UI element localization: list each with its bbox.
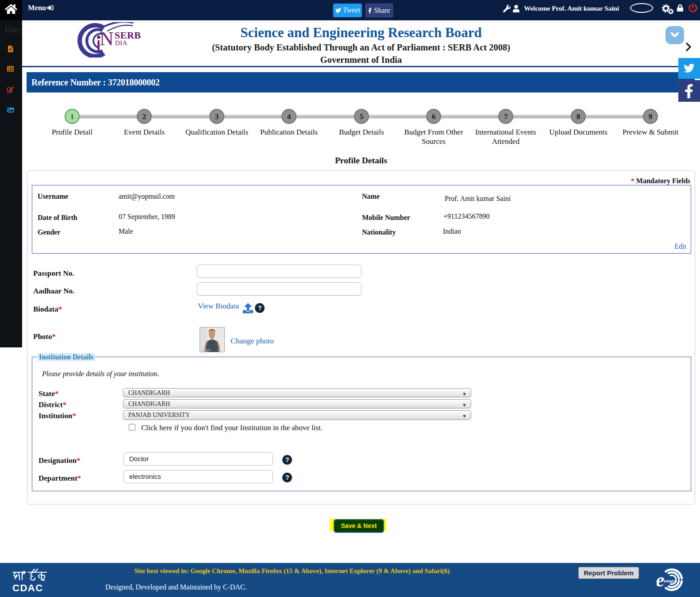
svg-text:PPMS: PPMS bbox=[664, 579, 676, 584]
svg-text:e: e bbox=[657, 569, 665, 591]
svg-text:Google: Google bbox=[201, 348, 211, 352]
svg-text:CDAC: CDAC bbox=[12, 582, 43, 593]
